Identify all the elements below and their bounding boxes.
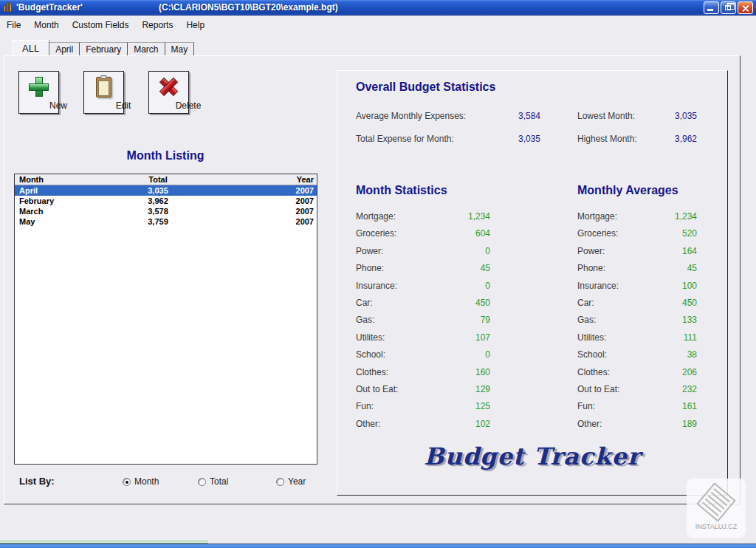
stat-label: Fun: xyxy=(356,398,374,415)
tab-strip: ALL April February March May xyxy=(12,40,194,56)
plus-icon xyxy=(28,76,50,98)
stat-label: Mortgage: xyxy=(577,208,617,225)
restore-button[interactable] xyxy=(721,1,736,14)
app-icon xyxy=(3,2,13,13)
stat-label: Phone: xyxy=(577,260,605,277)
stat-label: Phone: xyxy=(356,260,384,277)
stat-value: 160 xyxy=(475,364,490,381)
tab-may[interactable]: May xyxy=(165,42,195,56)
stat-label: Total Expense for Month: xyxy=(356,128,454,151)
stat-value: 102 xyxy=(475,416,490,433)
stat-value: 129 xyxy=(475,381,490,398)
menu-reports[interactable]: Reports xyxy=(135,18,179,32)
stat-label: Insurance: xyxy=(577,278,619,295)
stat-label: Other: xyxy=(356,416,380,433)
watermark-text: INSTALUJ.CZ xyxy=(687,523,746,530)
tab-all[interactable]: ALL xyxy=(12,40,49,56)
list-by-label: List By: xyxy=(19,476,55,487)
column-header-year[interactable]: Year xyxy=(192,174,317,185)
menu-custom-fields[interactable]: Custom Fields xyxy=(66,18,136,32)
radio-total[interactable]: Total xyxy=(198,476,228,487)
stat-value: 450 xyxy=(475,295,490,312)
stat-value: 161 xyxy=(682,398,697,415)
table-row[interactable]: May 3,759 2007 xyxy=(15,216,317,227)
column-header-total[interactable]: Total xyxy=(124,174,192,185)
cell-month: March xyxy=(15,206,124,216)
stat-value: 100 xyxy=(682,278,697,295)
stat-value: 45 xyxy=(481,260,490,277)
stat-label: Clothes: xyxy=(577,364,610,381)
stat-label: Lowest Month: xyxy=(577,105,635,128)
delete-button[interactable]: Delete xyxy=(148,71,189,114)
stat-label: School: xyxy=(356,346,385,363)
table-row[interactable]: March 3,578 2007 xyxy=(15,206,317,216)
cell-month: April xyxy=(15,185,124,196)
menu-help[interactable]: Help xyxy=(179,18,211,32)
new-button[interactable]: New xyxy=(18,71,59,114)
menu-file[interactable]: File xyxy=(0,18,27,32)
menu-month[interactable]: Month xyxy=(27,18,65,32)
stat-value: 1,234 xyxy=(468,208,490,225)
tab-page: New Edit Delete Month Listing Month Tota… xyxy=(4,55,740,504)
monthly-averages-list: Mortgage:1,234 Groceries:520 Power:164 P… xyxy=(577,208,697,433)
month-list-header: Month Total Year xyxy=(15,174,317,185)
radio-month[interactable]: Month xyxy=(123,476,159,487)
radio-total-label: Total xyxy=(210,476,228,487)
stat-label: Highest Month: xyxy=(577,128,637,151)
month-list[interactable]: Month Total Year April 3,035 2007 Februa… xyxy=(14,174,317,465)
cell-year: 2007 xyxy=(192,196,317,206)
title-bar[interactable]: 'BudgetTracker' (C:\CLARION5\BGT10\BGT20… xyxy=(0,0,756,16)
stat-label: Gas: xyxy=(577,312,596,329)
stat-label: Mortgage: xyxy=(356,208,396,225)
cell-month: February xyxy=(15,196,124,206)
stat-value: 604 xyxy=(475,225,490,242)
budget-tracker-logo: Budget Tracker xyxy=(337,442,727,470)
stat-value: 3,962 xyxy=(675,128,697,151)
stat-value: 164 xyxy=(682,243,697,260)
stat-value: 520 xyxy=(682,225,697,242)
minimize-button[interactable] xyxy=(704,1,719,14)
tab-february[interactable]: February xyxy=(80,42,128,56)
stat-value: 3,035 xyxy=(675,105,697,128)
radio-icon xyxy=(276,478,284,486)
restore-icon xyxy=(725,5,731,10)
stat-row: Lowest Month: 3,035 xyxy=(577,105,697,128)
stat-row: Highest Month: 3,962 xyxy=(577,128,697,151)
stat-label: Gas: xyxy=(356,312,374,329)
stat-value: 232 xyxy=(682,381,697,398)
stat-value: 125 xyxy=(475,398,490,415)
stat-row: Average Monthly Expenses: 3,584 xyxy=(356,105,540,128)
stat-label: Car: xyxy=(356,295,373,312)
table-row[interactable]: February 3,962 2007 xyxy=(15,196,317,206)
stat-value: 0 xyxy=(485,278,490,295)
stat-value: 3,035 xyxy=(518,128,540,151)
edit-button-label: Edit xyxy=(104,100,143,111)
radio-year[interactable]: Year xyxy=(276,476,306,487)
stat-label: Groceries: xyxy=(577,225,618,242)
stat-value: 0 xyxy=(485,243,490,260)
statistics-panel: Overall Budget Statistics Average Monthl… xyxy=(337,70,728,496)
stat-label: Clothes: xyxy=(356,364,388,381)
stat-label: Utilites: xyxy=(356,329,385,346)
stat-label: Out to Eat: xyxy=(356,381,398,398)
red-x-icon xyxy=(158,76,180,98)
window-title: 'BudgetTracker' xyxy=(16,2,83,13)
stat-label: Utilites: xyxy=(577,329,606,346)
close-button[interactable] xyxy=(738,1,753,14)
overall-stats-title: Overall Budget Statistics xyxy=(356,81,495,94)
tab-april[interactable]: April xyxy=(49,42,80,56)
stat-label: Average Monthly Expenses: xyxy=(356,105,466,128)
stat-value: 111 xyxy=(684,329,697,346)
overall-stats-col1: Average Monthly Expenses: 3,584 Total Ex… xyxy=(356,105,540,151)
edit-button[interactable]: Edit xyxy=(83,71,124,114)
tab-march[interactable]: March xyxy=(128,42,165,56)
stat-label: Insurance: xyxy=(356,278,397,295)
cell-month: May xyxy=(15,216,124,227)
column-header-month[interactable]: Month xyxy=(15,174,124,185)
app-window: 'BudgetTracker' (C:\CLARION5\BGT10\BGT20… xyxy=(0,0,756,548)
table-row[interactable]: April 3,035 2007 xyxy=(15,185,317,196)
cell-total: 3,035 xyxy=(124,185,192,196)
stat-value: 107 xyxy=(475,329,490,346)
cell-total: 3,962 xyxy=(124,196,192,206)
cell-year: 2007 xyxy=(192,216,317,227)
